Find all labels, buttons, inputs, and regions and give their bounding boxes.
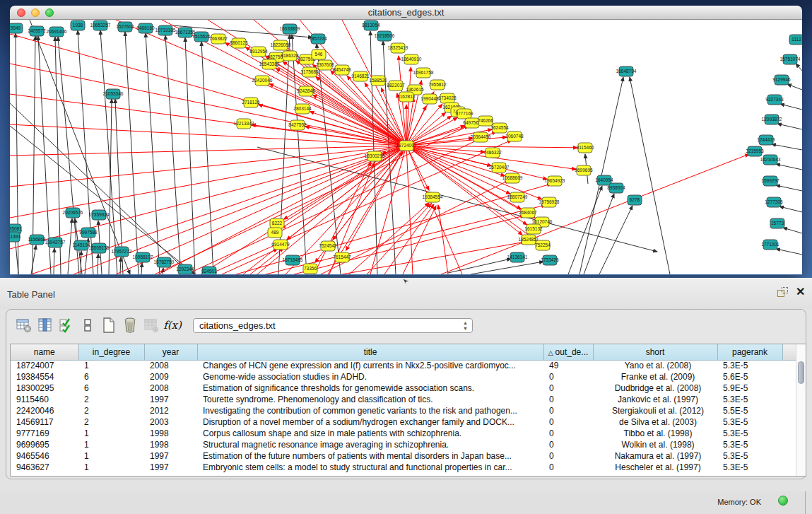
table-row[interactable]: 1830029562008Estimation of significance … (11, 382, 796, 394)
cell-year[interactable]: 2009 (144, 371, 197, 382)
table-row[interactable]: 969969511998Structural magnetic resonanc… (11, 439, 796, 450)
cell-out-de-[interactable]: 0 (543, 462, 593, 473)
cell-in-degree[interactable]: 1 (78, 428, 144, 439)
cell-year[interactable]: 2008 (144, 360, 197, 371)
selected-edge[interactable] (257, 152, 404, 274)
delete-table-button[interactable] (141, 315, 162, 335)
cell-in-degree[interactable]: 1 (78, 450, 144, 462)
column-header-short[interactable]: short (593, 344, 717, 360)
unselect-rows-button[interactable] (77, 315, 98, 335)
cell-name[interactable]: 9777169 (11, 428, 78, 439)
table-row[interactable]: 977716911998Corpus callosum shape and si… (11, 428, 796, 439)
delete-columns-button[interactable] (119, 315, 141, 335)
cell-name[interactable]: 14569117 (11, 416, 78, 428)
edge[interactable] (599, 206, 632, 274)
table-scrollbar[interactable] (796, 344, 806, 476)
cell-year[interactable]: 1997 (144, 394, 197, 405)
cell-pagerank[interactable]: 5.6E-5 (717, 371, 782, 382)
table-row[interactable]: 2242004622012Investigating the contribut… (11, 405, 796, 416)
cell-title[interactable]: Structural magnetic resonance image aver… (197, 439, 543, 450)
cell-title[interactable]: Corpus callosum shape and size in male p… (197, 428, 543, 439)
cell-title[interactable]: Disruption of a novel member of a sodium… (197, 416, 543, 428)
selected-edge[interactable] (10, 124, 406, 146)
cell-year[interactable]: 2008 (144, 382, 197, 394)
edge[interactable] (776, 249, 802, 255)
selected-edge[interactable] (259, 105, 406, 146)
edge[interactable] (779, 206, 802, 212)
cell-title[interactable]: Tourette syndrome. Phenomenology and cla… (197, 394, 543, 405)
cell-title[interactable]: Embryonic stem cells: a model to study s… (197, 462, 543, 473)
cell-year[interactable]: 2003 (144, 416, 197, 428)
cell-out-de-[interactable]: 0 (543, 428, 593, 439)
cell-title[interactable]: Genome-wide association studies in ADHD. (197, 371, 543, 382)
edge[interactable] (383, 41, 396, 274)
cell-in-degree[interactable]: 1 (78, 439, 144, 450)
edge[interactable] (68, 218, 72, 274)
cell-pagerank[interactable]: 5.9E-5 (717, 382, 782, 394)
cell-name[interactable]: 19384554 (11, 371, 78, 382)
edge[interactable] (185, 37, 195, 274)
edge[interactable] (201, 42, 213, 274)
cell-pagerank[interactable]: 5.3E-5 (717, 416, 782, 428)
cell-in-degree[interactable]: 6 (78, 382, 144, 394)
edge[interactable] (163, 268, 163, 274)
cell-short[interactable]: Franke et al. (2009) (593, 371, 717, 382)
cell-year[interactable]: 1998 (144, 428, 197, 439)
table-settings-button[interactable] (13, 315, 35, 335)
table-row[interactable]: 1872400712008Changes of HCN gene express… (11, 360, 796, 371)
cell-title[interactable]: Changes of HCN gene expression and I(f) … (197, 360, 543, 371)
edge[interactable] (796, 64, 802, 71)
cell-short[interactable]: Hescheler et al. (1997) (593, 462, 717, 473)
cell-name[interactable]: 9463627 (11, 462, 78, 473)
edge[interactable] (780, 104, 802, 110)
selected-edge[interactable] (441, 154, 749, 274)
edge[interactable] (54, 248, 54, 274)
selected-edge[interactable] (438, 205, 448, 274)
cell-short[interactable]: Jankovic et al. (1997) (593, 394, 717, 405)
cell-name[interactable]: 18724007 (11, 360, 78, 371)
memory-status-indicator[interactable] (778, 496, 788, 506)
edge[interactable] (146, 33, 160, 274)
column-header-out-de-[interactable]: △out_de... (543, 344, 593, 360)
cell-in-degree[interactable]: 6 (78, 371, 144, 382)
edge[interactable] (568, 186, 602, 274)
cell-name[interactable]: 9699695 (11, 439, 78, 450)
edge[interactable] (630, 77, 670, 274)
cell-short[interactable]: Wolkin et al. (1998) (593, 439, 717, 450)
cell-year[interactable]: 1998 (144, 439, 197, 450)
edge[interactable] (120, 257, 121, 274)
cell-name[interactable]: 18300295 (11, 382, 78, 394)
selected-edge[interactable] (406, 67, 411, 146)
cell-name[interactable]: 22420046 (11, 405, 78, 416)
selected-edge[interactable] (10, 146, 406, 156)
edge[interactable] (783, 228, 802, 233)
selected-edge[interactable] (384, 204, 434, 274)
selected-edge[interactable] (406, 117, 457, 146)
cell-out-de-[interactable]: 0 (543, 439, 593, 450)
citation-network-graph[interactable]: 1872400776638228860123891295418226058982… (10, 20, 802, 274)
table-row[interactable]: 1938455462009Genome-wide association stu… (11, 371, 796, 382)
column-header-year[interactable]: year (144, 344, 197, 360)
cell-pagerank[interactable]: 5.3E-5 (717, 428, 782, 439)
edge[interactable] (165, 35, 181, 274)
select-columns-button[interactable] (35, 315, 56, 335)
cell-pagerank[interactable]: 5.3E-5 (717, 360, 782, 371)
edge[interactable] (31, 245, 36, 274)
table-row[interactable]: 911546021997Tourette syndrome. Phenomeno… (11, 394, 796, 405)
edge[interactable] (98, 254, 98, 274)
network-canvas[interactable]: 1872400776638228860123891295418226058982… (10, 20, 802, 274)
cell-out-de-[interactable]: 0 (543, 382, 593, 394)
function-builder-button[interactable]: f(x) (162, 315, 183, 335)
column-header-name[interactable]: name (11, 344, 78, 360)
cell-pagerank[interactable]: 5.3E-5 (717, 439, 782, 450)
cell-out-de-[interactable]: 49 (543, 360, 593, 371)
cell-in-degree[interactable]: 2 (78, 416, 144, 428)
select-all-rows-button[interactable] (56, 315, 77, 335)
table-scrollbar-thumb[interactable] (798, 361, 804, 384)
table-chooser-dropdown[interactable]: citations_edges.txt ▲▼ (193, 318, 473, 333)
cell-year[interactable]: 1997 (144, 462, 197, 473)
selected-edge[interactable] (406, 146, 577, 148)
cell-short[interactable]: Tibbo et al. (1998) (593, 428, 717, 439)
selected-edge[interactable] (313, 95, 406, 146)
cell-out-de-[interactable]: 0 (543, 405, 593, 416)
